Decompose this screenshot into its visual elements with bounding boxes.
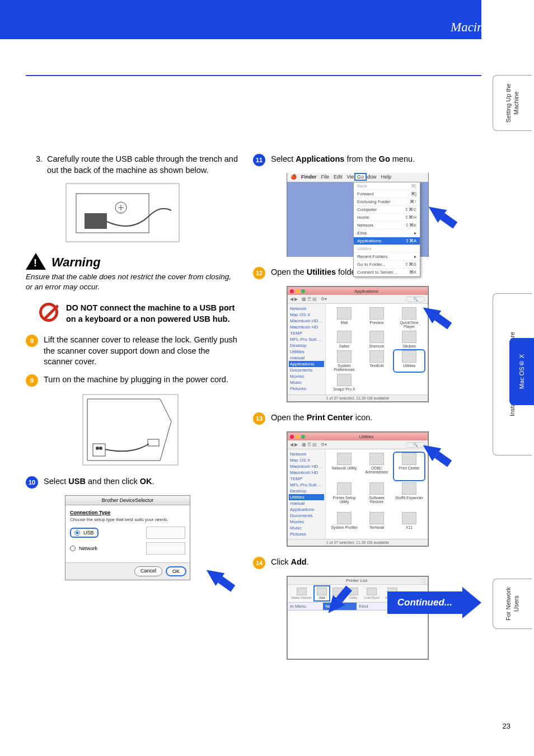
go-menu-item[interactable]: iDisk▸ — [354, 229, 420, 237]
sidebar-item[interactable]: Documents — [289, 367, 324, 373]
step-10-pre: Select — [44, 477, 68, 486]
svg-rect-4 — [83, 395, 178, 465]
sidebar-item[interactable]: Utilities — [289, 349, 324, 355]
finder-item[interactable]: Preview — [362, 307, 392, 328]
sidebar-item[interactable]: Music — [289, 525, 324, 531]
ok-button[interactable]: OK — [166, 566, 186, 576]
finder-item[interactable]: Software Restore — [362, 482, 392, 510]
go-menu-item[interactable]: Back⌘[ — [354, 182, 420, 190]
sidebar-item[interactable]: Mac OS X — [289, 457, 324, 463]
figure-go-menu: 🍎 Finder File Edit Vie Go Window Help Ba… — [287, 173, 429, 257]
sidebar-item[interactable]: Desktop — [289, 488, 324, 494]
sidebar-item[interactable]: Utilities — [289, 494, 324, 500]
toolbar-button-add[interactable]: Add — [315, 586, 329, 600]
sidebar-item[interactable]: Macintosh HD… — [289, 318, 324, 324]
toolbar-button-make-default[interactable]: Make Default — [289, 586, 313, 600]
power-cord-drawing — [82, 393, 179, 466]
menu-file[interactable]: File — [321, 174, 330, 181]
menu-finder[interactable]: Finder — [301, 174, 317, 181]
go-menu-item[interactable]: Recent Folders▸ — [354, 253, 420, 261]
finder-item[interactable]: Print Center — [394, 453, 424, 480]
finder-item[interactable]: Snapz Pro X — [329, 374, 359, 391]
go-menu-item[interactable]: Computer⇧⌘C — [354, 206, 420, 214]
network-radio[interactable]: Network — [70, 546, 97, 551]
cancel-button[interactable]: Cancel — [134, 566, 162, 576]
finder-item[interactable]: Utilities — [394, 350, 424, 372]
sidebar-item[interactable]: Macintosh HD… — [289, 463, 324, 469]
finder-item[interactable]: Mail — [329, 307, 359, 328]
sidebar-item[interactable]: Movies — [289, 519, 324, 525]
svg-point-6 — [96, 447, 99, 450]
finder-item[interactable]: System Preferences — [329, 350, 359, 372]
go-menu-item[interactable]: Enclosing Folder⌘↑ — [354, 198, 420, 206]
go-menu-item[interactable]: Applications⇧⌘A — [354, 237, 420, 245]
menu-go-highlight[interactable]: Go — [354, 173, 367, 181]
dialog-body: Connection Type Choose the setup type th… — [65, 505, 190, 562]
go-menu-item[interactable]: Network⇧⌘K — [354, 222, 420, 229]
tab-network-users[interactable]: For Network Users — [493, 579, 532, 629]
menu-view[interactable]: Vie — [347, 174, 354, 181]
sidebar-item[interactable]: TEMP — [289, 476, 324, 482]
sidebar-item[interactable]: MFL-Pro Suite ⌃ — [289, 336, 324, 342]
finder-utilities: Utilities◀ ▶ ▦ ☰ ▤ ⚙▾ 🔍NetworkMac OS XMa… — [287, 432, 428, 546]
t: menu. — [390, 154, 415, 163]
sidebar-item[interactable]: Applications — [289, 506, 324, 513]
finder-item[interactable]: Sherlock — [362, 331, 392, 348]
finder-item[interactable]: ODBC Administrator — [362, 453, 392, 480]
finder-item[interactable]: Terminal — [362, 512, 392, 536]
t: Click — [271, 557, 291, 566]
finder-applications: Applications◀ ▶ ▦ ☰ ▤ ⚙▾ 🔍NetworkMac OS … — [287, 287, 428, 402]
usb-radio[interactable]: USB — [70, 528, 99, 538]
go-menu-item[interactable]: Home⇧⌘H — [354, 214, 420, 222]
continued-callout: Continued... — [387, 587, 481, 618]
sidebar-item[interactable]: Pictures — [289, 531, 324, 537]
sidebar-item[interactable]: Music — [289, 379, 324, 386]
sidebar-item[interactable]: Network — [289, 306, 324, 312]
finder-item[interactable]: X11 — [394, 512, 424, 536]
t: . — [307, 557, 309, 566]
sidebar-item[interactable]: Desktop — [289, 342, 324, 349]
print-center-bold: Print Center — [307, 413, 353, 422]
finder-item[interactable]: Printer Setup Utility — [329, 482, 359, 510]
dialog-titlebar: Brother DeviceSelector — [65, 496, 190, 505]
column-right: 11 Select Applications from the Go menu.… — [253, 154, 481, 618]
sidebar-item[interactable]: Applications — [289, 361, 324, 367]
tab-setting-up[interactable]: Setting Up the Machine — [493, 75, 532, 131]
sidebar-item[interactable]: Movies — [289, 373, 324, 379]
t: icon. — [353, 413, 373, 422]
dialog-hint: Choose the setup type that best suits yo… — [70, 517, 185, 522]
sidebar-item[interactable]: TEMP — [289, 330, 324, 336]
go-menu-item[interactable]: Connect to Server...⌘K — [354, 269, 420, 276]
finder-item[interactable]: System Profiler — [329, 512, 359, 536]
sidebar-item[interactable]: Pictures — [289, 386, 324, 392]
toolbar-button-colorsync[interactable]: ColorSync — [362, 586, 382, 600]
sidebar-item[interactable]: manual — [289, 500, 324, 506]
tab-mac-os-x[interactable]: Mac OS® X — [509, 338, 534, 405]
finder-item[interactable]: Network Utility — [329, 453, 359, 480]
sidebar-item[interactable]: Documents — [289, 513, 324, 519]
go-menu-item[interactable]: Forward⌘] — [354, 190, 420, 198]
sidebar-item[interactable]: Macintosh HD — [289, 469, 324, 476]
finder-item[interactable]: QuickTime Player — [394, 307, 424, 328]
step-9-bullet: 9 — [26, 374, 38, 387]
step-14-text: Click Add. — [271, 557, 481, 568]
sidebar-item[interactable]: Network — [289, 451, 324, 457]
finder-item[interactable]: Stickies — [394, 331, 424, 348]
menu-help[interactable]: Help — [381, 174, 391, 181]
finder-item[interactable]: StuffIt Expander — [394, 482, 424, 510]
step-10-post: . — [152, 477, 154, 486]
go-menu-item[interactable]: Go to Folder...⇧⌘G — [354, 261, 420, 269]
go-menu-item[interactable]: Utilities — [354, 245, 420, 253]
column-header[interactable]: In Menu — [288, 603, 323, 610]
figure-utilities-finder: Utilities◀ ▶ ▦ ☰ ▤ ⚙▾ 🔍NetworkMac OS XMa… — [287, 431, 429, 547]
sidebar-item[interactable]: Macintosh HD — [289, 324, 324, 330]
sidebar-item[interactable]: manual — [289, 355, 324, 361]
finder-item[interactable]: Safari — [329, 331, 359, 348]
step-14: 14 Click Add. — [253, 557, 481, 569]
finder-item[interactable]: TextEdit — [362, 350, 392, 372]
add-bold: Add — [291, 557, 306, 566]
figure-cable-route — [65, 182, 180, 243]
sidebar-item[interactable]: Mac OS X — [289, 312, 324, 318]
menu-edit[interactable]: Edit — [334, 174, 343, 181]
sidebar-item[interactable]: MFL-Pro Suite ⌃ — [289, 482, 324, 488]
